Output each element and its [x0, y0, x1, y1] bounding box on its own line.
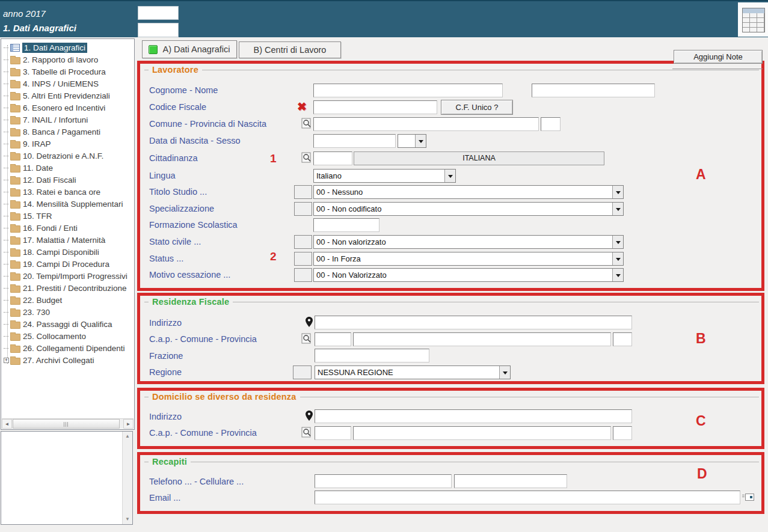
cittadinanza-codice-field[interactable]: [313, 151, 352, 165]
tree-item-label: 5. Altri Enti Previdenziali: [23, 91, 110, 100]
lookup-icon[interactable]: [301, 152, 312, 163]
email-send-icon[interactable]: [745, 494, 754, 501]
header-year: anno 2017: [3, 8, 46, 19]
expand-plus-icon[interactable]: +: [4, 358, 9, 363]
tree-item[interactable]: 6. Esonero ed Incentivi: [2, 102, 134, 114]
sesso-dropdown[interactable]: [398, 134, 426, 148]
tree-item[interactable]: 25. Collocamento: [2, 330, 134, 342]
stato-civile-code-field[interactable]: [294, 235, 312, 249]
cap-residenza-field[interactable]: [315, 332, 351, 346]
stato-civile-dropdown[interactable]: 00 - Non valorizzato: [313, 235, 624, 249]
scroll-down-icon[interactable]: ▼: [123, 515, 132, 524]
tree-item[interactable]: 20. Tempi/Importi Progressivi: [2, 270, 134, 282]
tree-item-label: 8. Banca / Pagamenti: [23, 127, 100, 136]
tree-item[interactable]: 13. Ratei e banca ore: [2, 186, 134, 198]
tree-horizontal-scrollbar[interactable]: ◄ ►: [2, 418, 134, 429]
tree-item[interactable]: 5. Altri Enti Previdenziali: [2, 90, 134, 102]
lookup-icon[interactable]: [301, 118, 312, 129]
status-dropdown[interactable]: 00 - In Forza: [313, 252, 624, 266]
aggiungi-note-button[interactable]: Aggiungi Note: [674, 50, 763, 64]
tree-item[interactable]: 11. Date: [2, 162, 134, 174]
chevron-down-icon[interactable]: [612, 252, 623, 265]
cap-domicilio-field[interactable]: [315, 426, 351, 440]
comune-residenza-field[interactable]: [353, 332, 611, 346]
nome-field[interactable]: [532, 84, 655, 97]
tree-item[interactable]: 1. Dati Anagrafici: [2, 41, 134, 54]
frazione-field[interactable]: [315, 349, 429, 362]
tree-item[interactable]: 22. Budget: [2, 294, 134, 306]
provincia-domicilio-field[interactable]: [613, 426, 632, 440]
comune-domicilio-field[interactable]: [353, 426, 611, 440]
table-grid-icon[interactable]: [742, 8, 765, 32]
tree-connector: [4, 276, 8, 277]
tree-item[interactable]: 19. Campi Di Procedura: [2, 258, 134, 270]
indirizzo-domicilio-field[interactable]: [315, 409, 632, 423]
chevron-down-icon[interactable]: [444, 170, 455, 182]
tree-item[interactable]: 16. Fondi / Enti: [2, 222, 134, 234]
motivo-cessazione-code-field[interactable]: [294, 268, 312, 282]
chevron-down-icon[interactable]: [612, 269, 623, 281]
tree-item[interactable]: 4. INPS / UniEMENS: [2, 78, 134, 90]
chevron-down-icon[interactable]: [612, 186, 623, 198]
specializzazione-code-field[interactable]: [294, 202, 312, 216]
chevron-down-icon[interactable]: [499, 366, 510, 379]
chevron-down-icon[interactable]: [415, 135, 426, 147]
titolo-studio-code-field[interactable]: [294, 185, 312, 199]
chevron-down-icon[interactable]: [612, 203, 623, 215]
comune-nascita-field[interactable]: [313, 117, 539, 131]
tree-item[interactable]: 15. TFR: [2, 210, 134, 222]
tree-item[interactable]: 14. Mensilità Supplementari: [2, 198, 134, 210]
lingua-dropdown[interactable]: Italiano: [313, 169, 456, 183]
tree-item[interactable]: 8. Banca / Pagamenti: [2, 126, 134, 138]
cf-unico-button[interactable]: C.F. Unico ?: [441, 100, 513, 115]
annotation-marker-1: 1: [270, 152, 277, 165]
tree-item[interactable]: 9. IRAP: [2, 138, 134, 150]
tree-item[interactable]: 3. Tabelle di Procedura: [2, 66, 134, 78]
titolo-studio-dropdown[interactable]: 00 - Nessuno: [313, 185, 624, 199]
annotation-marker-2: 2: [270, 250, 277, 263]
tree-item[interactable]: 2. Rapporto di lavoro: [2, 54, 134, 66]
telefono-field[interactable]: [315, 474, 452, 488]
tree-item-label: 11. Date: [23, 164, 53, 173]
tree-connector: [4, 228, 8, 228]
tree-item[interactable]: 12. Dati Fiscali: [2, 174, 134, 186]
header-field-bottom[interactable]: [138, 23, 179, 37]
tab-centri-di-lavoro[interactable]: B) Centri di Lavoro: [239, 41, 341, 58]
tree-item[interactable]: +27. Archivi Collegati: [2, 354, 134, 366]
header-field-top[interactable]: [138, 6, 179, 20]
cognome-field[interactable]: [313, 84, 503, 97]
provincia-nascita-field[interactable]: [541, 117, 561, 131]
vertical-scrollbar[interactable]: ▲ ▼: [122, 432, 132, 524]
data-nascita-field[interactable]: [313, 134, 396, 148]
chevron-down-icon[interactable]: [612, 236, 623, 248]
tree-item[interactable]: 7. INAIL / Infortuni: [2, 114, 134, 126]
tab-dati-anagrafici[interactable]: A) Dati Anagrafici: [142, 40, 237, 58]
tree-connector: [4, 264, 8, 264]
indirizzo-residenza-field[interactable]: [315, 316, 632, 329]
tree-item[interactable]: 10. Detrazioni e A.N.F.: [2, 150, 134, 162]
cellulare-field[interactable]: [454, 474, 567, 488]
tree-item[interactable]: 23. 730: [2, 306, 134, 318]
email-field[interactable]: [315, 491, 740, 504]
tree-item[interactable]: 21. Prestiti / Decontribuzione: [2, 282, 134, 294]
codice-fiscale-field[interactable]: [313, 100, 437, 114]
tree-item[interactable]: 17. Malattia / Maternità: [2, 234, 134, 246]
tree-item[interactable]: 26. Collegamenti Dipendenti: [2, 342, 134, 354]
scroll-left-icon[interactable]: ◄: [2, 419, 12, 429]
scroll-right-icon[interactable]: ►: [123, 419, 134, 429]
provincia-residenza-field[interactable]: [613, 332, 632, 346]
formazione-scolastica-field[interactable]: [313, 218, 379, 232]
scroll-up-icon[interactable]: ▲: [123, 432, 132, 441]
scrollbar-thumb[interactable]: [13, 419, 120, 429]
lookup-icon[interactable]: [301, 427, 312, 438]
tree-item[interactable]: 24. Passaggi di Qualifica: [2, 318, 134, 330]
tree-connector: [4, 47, 8, 48]
motivo-cessazione-dropdown[interactable]: 00 - Non Valorizzato: [313, 268, 624, 282]
status-code-field[interactable]: [294, 252, 312, 266]
tree-item[interactable]: 18. Campi Disponibili: [2, 246, 134, 258]
lookup-icon[interactable]: [301, 333, 312, 344]
regione-dropdown[interactable]: NESSUNA REGIONE: [315, 365, 511, 379]
regione-code-field[interactable]: [293, 365, 312, 379]
tree-item-label: 24. Passaggi di Qualifica: [23, 320, 112, 329]
specializzazione-dropdown[interactable]: 00 - Non codificato: [313, 202, 624, 216]
